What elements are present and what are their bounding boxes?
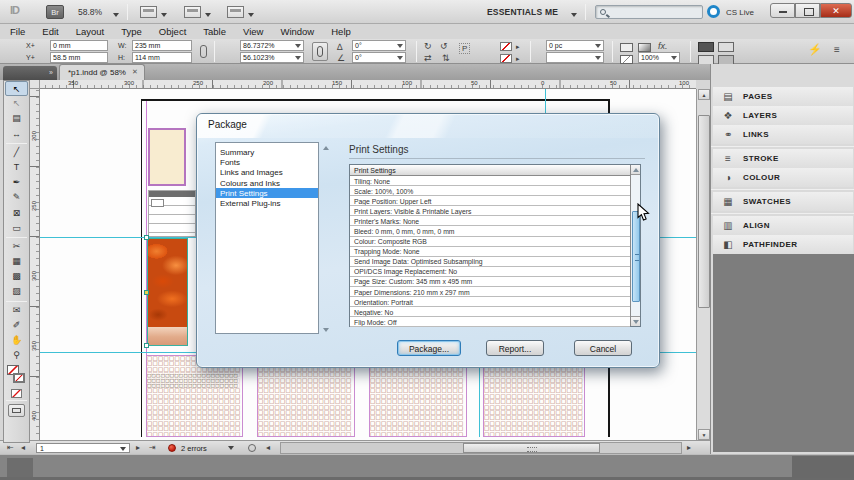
page-number-field[interactable]: 1 <box>36 443 130 453</box>
vertical-ruler[interactable]: 200 250 300 350 400 <box>30 89 40 440</box>
menu-edit[interactable]: Edit <box>42 26 58 37</box>
cancel-button[interactable]: Cancel <box>574 340 632 356</box>
table-frame[interactable] <box>148 190 196 237</box>
nav-item-print-settings[interactable]: Print Settings <box>216 188 318 198</box>
settings-scrollbar[interactable] <box>630 165 640 326</box>
selection-handle-mid-left[interactable] <box>144 290 149 295</box>
panel-button-layers[interactable]: ❖ LAYERS <box>713 106 853 125</box>
opacity-field[interactable]: 100% <box>638 52 680 63</box>
object-effects-icon[interactable] <box>620 43 633 52</box>
prev-page-button[interactable]: ◂ <box>21 443 25 452</box>
y-position-field[interactable]: 58.5 mm <box>50 52 108 63</box>
eyedropper-tool[interactable]: ✐ <box>5 318 28 333</box>
fx-icon[interactable]: fx. <box>658 42 668 51</box>
screen-mode-arrow[interactable] <box>205 9 211 19</box>
quick-apply-icon[interactable]: ⚡ <box>808 45 822 54</box>
menu-table[interactable]: Table <box>203 26 226 37</box>
rectangle-tool[interactable]: ▭ <box>5 221 28 236</box>
constrain-scale-button[interactable] <box>312 42 328 61</box>
search-input[interactable] <box>595 5 703 19</box>
ruler-corner[interactable] <box>30 80 40 89</box>
flower-image[interactable] <box>148 239 187 327</box>
wrap-around-icon[interactable] <box>718 42 734 52</box>
menu-type[interactable]: Type <box>121 26 142 37</box>
pencil-tool[interactable]: ✎ <box>5 190 28 205</box>
minimize-button[interactable] <box>770 3 795 18</box>
selection-tool[interactable]: ↖ <box>5 81 28 96</box>
gap-tool[interactable]: ↔ <box>5 127 28 142</box>
panel-button-colour[interactable]: ◑ COLOUR <box>713 168 853 187</box>
arrange-documents-arrow[interactable] <box>248 9 254 19</box>
scroll-down-icon[interactable] <box>631 316 640 326</box>
page-tool[interactable]: ▤ <box>5 111 28 126</box>
pen-tool[interactable]: ✒ <box>5 175 28 190</box>
bridge-button[interactable]: Br <box>46 5 64 19</box>
constrain-dimensions-icon[interactable] <box>200 45 207 58</box>
selection-handle-bottom-left[interactable] <box>144 343 149 348</box>
selected-image-frame[interactable] <box>147 238 188 346</box>
x-position-field[interactable]: 0 mm <box>50 40 108 51</box>
first-page-button[interactable]: ⇤ <box>7 443 14 452</box>
settings-list-header[interactable]: Print Settings <box>350 165 640 176</box>
drop-shadow-icon[interactable] <box>620 55 633 64</box>
nav-item-external-plugins[interactable]: External Plug-ins <box>216 198 318 208</box>
peach-image[interactable] <box>148 327 187 345</box>
scroll-up-icon[interactable] <box>323 146 329 150</box>
close-button[interactable]: ✕ <box>820 3 852 18</box>
screen-mode-icon[interactable] <box>184 6 201 18</box>
height-field[interactable]: 114 mm <box>132 52 192 63</box>
workspace-arrow[interactable] <box>571 9 577 19</box>
rotation-field[interactable]: 0° <box>352 40 406 51</box>
last-page-button[interactable]: ⇥ <box>149 443 156 452</box>
nav-item-summary[interactable]: Summary <box>216 146 318 156</box>
cs-live-label[interactable]: CS Live <box>726 8 754 17</box>
fill-swatch-none[interactable] <box>500 54 512 63</box>
panel-button-stroke[interactable]: ≡ STROKE <box>713 149 853 168</box>
preflight-menu-arrow[interactable] <box>228 446 234 450</box>
preflight-errors-label[interactable]: 2 errors <box>181 444 207 453</box>
view-options-icon[interactable] <box>140 6 157 18</box>
horizontal-scrollbar[interactable] <box>280 442 682 454</box>
scroll-left-button[interactable]: ◂ <box>266 443 270 452</box>
panel-button-links[interactable]: ⚭ LINKS <box>713 125 853 144</box>
menu-file[interactable]: File <box>10 26 25 37</box>
select-container-icon[interactable]: P <box>459 43 470 54</box>
maximize-button[interactable] <box>795 3 820 18</box>
stroke-swatch-none[interactable] <box>500 42 512 51</box>
panel-button-align[interactable]: ▥ ALIGN <box>713 216 853 235</box>
zoom-tool[interactable]: ⚲ <box>5 348 28 363</box>
frame-tool[interactable]: ⊠ <box>5 206 28 221</box>
menu-layout[interactable]: Layout <box>76 26 105 37</box>
preflight-menu-icon[interactable] <box>248 444 256 452</box>
scroll-up-icon[interactable] <box>631 165 640 175</box>
workspace-switcher[interactable]: ESSENTIALS ME <box>487 7 558 17</box>
stroke-weight-field[interactable]: 0 pc <box>546 40 604 51</box>
line-tool[interactable]: ╱ <box>5 145 28 160</box>
document-close-icon[interactable]: ✕ <box>132 68 138 80</box>
panel-menu-icon[interactable]: ≡ <box>834 45 840 54</box>
view-options-arrow[interactable] <box>161 9 167 19</box>
nav-item-links-images[interactable]: Links and Images <box>216 167 318 177</box>
scissors-tool[interactable]: ✂ <box>5 239 28 254</box>
selection-handle-top-left[interactable] <box>144 235 149 240</box>
horizontal-scrollbar-thumb[interactable] <box>463 443 600 453</box>
panel-button-swatches[interactable]: ▦ SWATCHES <box>713 192 853 211</box>
empty-frame[interactable] <box>148 128 186 186</box>
vertical-scrollbar-thumb[interactable] <box>698 115 710 308</box>
gradient-feather-tool[interactable]: ▨ <box>5 284 28 299</box>
scroll-right-button[interactable]: ▸ <box>687 443 691 452</box>
nav-item-colours-inks[interactable]: Colours and Inks <box>216 177 318 187</box>
rotate-ccw-icon[interactable]: ↺ <box>440 42 448 51</box>
direct-selection-tool[interactable]: ↖ <box>5 96 28 111</box>
zoom-dropdown-arrow[interactable] <box>113 9 119 19</box>
flip-vertical-icon[interactable]: ⇅ <box>442 54 450 63</box>
horizontal-ruler[interactable]: 350 300 250 200 150 100 50 0 50 100 <box>40 80 696 89</box>
wrap-none-icon[interactable] <box>698 42 714 52</box>
rotate-cw-icon[interactable]: ↻ <box>424 42 432 51</box>
panel-button-pages[interactable]: ▤ PAGES <box>713 87 853 106</box>
gradient-tool[interactable]: ▩ <box>5 269 28 284</box>
screen-mode-button[interactable] <box>8 404 25 417</box>
stroke-swatch-icon[interactable] <box>13 373 25 383</box>
tools-panel-header[interactable]: » <box>3 66 57 80</box>
report-button[interactable]: Report... <box>486 340 544 356</box>
